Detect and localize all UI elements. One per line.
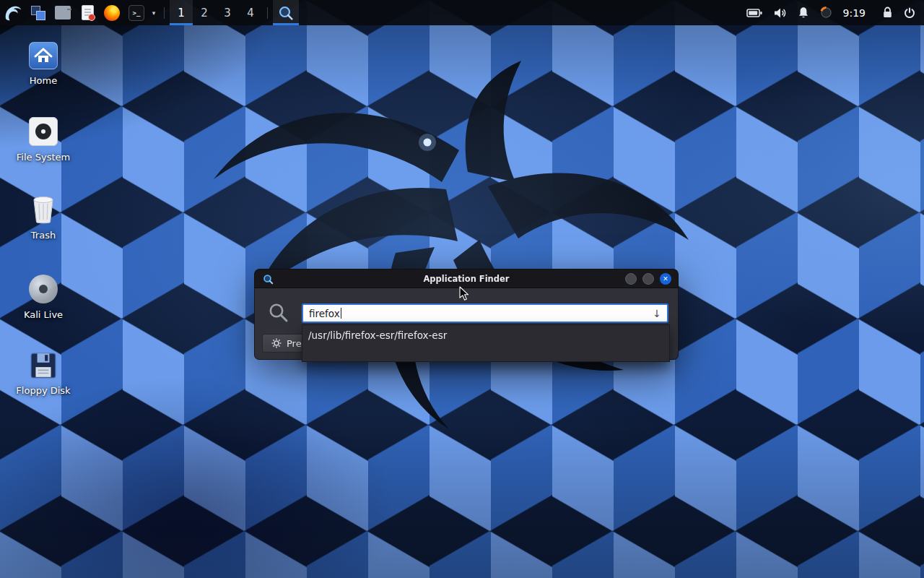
search-icon <box>268 302 289 324</box>
kali-menu-button[interactable] <box>0 0 26 25</box>
kali-live-icon <box>29 275 58 303</box>
launcher-file-manager[interactable] <box>51 0 75 25</box>
desktop-icon-label: File System <box>17 152 70 163</box>
launcher-terminal-dropdown[interactable]: ▾ <box>149 0 159 25</box>
status-update-icon[interactable] <box>820 0 832 25</box>
workspace-2[interactable]: 2 <box>193 0 216 25</box>
clock[interactable]: 9:19 <box>843 7 866 19</box>
entry-dropdown-arrow-icon[interactable]: ↓ <box>653 309 661 319</box>
completion-popup: /usr/lib/firefox-esr/firefox-esr <box>302 324 670 362</box>
search-input[interactable]: firefox ↓ <box>302 303 668 323</box>
completion-item[interactable]: /usr/lib/firefox-esr/firefox-esr <box>302 325 669 345</box>
top-panel: >_ ▾ 1 2 3 4 <box>0 0 924 25</box>
launcher-terminal[interactable]: >_ <box>124 0 149 25</box>
launcher-firefox[interactable] <box>100 0 124 25</box>
mouse-cursor <box>459 286 470 302</box>
desktop-icon-floppy-disk[interactable]: Floppy Disk <box>10 352 77 396</box>
workspace-1[interactable]: 1 <box>170 0 193 25</box>
chevron-down-icon: ▾ <box>152 9 156 17</box>
minimize-button[interactable] <box>625 273 637 285</box>
launcher-text-editor[interactable] <box>75 0 100 25</box>
maximize-button[interactable] <box>642 273 654 285</box>
panel-separator <box>164 7 165 19</box>
search-icon <box>278 5 294 21</box>
desktop-icon-file-system[interactable]: File System <box>10 117 77 163</box>
volume-icon[interactable] <box>774 0 787 25</box>
lock-icon[interactable] <box>882 0 893 25</box>
desktop-icon-label: Kali Live <box>24 309 63 320</box>
workspace-3[interactable]: 3 <box>216 0 239 25</box>
power-logout-icon[interactable] <box>904 0 915 25</box>
titlebar[interactable]: Application Finder ✕ <box>254 269 679 288</box>
battery-icon[interactable] <box>746 0 763 25</box>
trash-icon <box>31 195 56 224</box>
file-system-icon <box>29 117 58 146</box>
desktop-icon-label: Home <box>30 75 57 86</box>
desktop-icon-label: Trash <box>31 230 56 241</box>
text-caret <box>341 308 341 319</box>
workspace-4[interactable]: 4 <box>239 0 262 25</box>
window-title: Application Finder <box>255 269 678 288</box>
desktop: Home File System Trash Kali Live Floppy … <box>0 0 924 578</box>
terminal-icon: >_ <box>128 5 144 21</box>
firefox-icon <box>104 5 120 21</box>
taskbar-application-finder[interactable] <box>273 0 299 25</box>
launcher-window-manager[interactable] <box>26 0 51 25</box>
file-cabinet-icon <box>55 6 71 20</box>
gear-icon <box>271 338 282 348</box>
notifications-bell-icon[interactable] <box>798 0 809 25</box>
close-icon: ✕ <box>663 275 668 282</box>
application-finder-window: Application Finder ✕ firefox ↓ <box>254 269 679 360</box>
panel-tray: 9:19 <box>746 0 924 25</box>
desktop-icon-trash[interactable]: Trash <box>10 195 77 241</box>
kali-logo-icon <box>4 4 22 22</box>
desktop-icon-label: Floppy Disk <box>16 385 70 396</box>
desktop-icon-kali-live[interactable]: Kali Live <box>10 275 77 320</box>
floppy-disk-icon <box>30 352 57 379</box>
close-button[interactable]: ✕ <box>660 273 671 285</box>
windows-icon <box>31 6 45 20</box>
window-controls: ✕ <box>625 273 671 285</box>
desktop-icon-home[interactable]: Home <box>10 42 77 86</box>
text-editor-icon <box>82 5 94 20</box>
home-icon <box>29 42 58 69</box>
panel-separator <box>267 7 268 19</box>
search-query-text: firefox <box>309 308 340 319</box>
panel-left-group: >_ ▾ 1 2 3 4 <box>0 0 299 25</box>
